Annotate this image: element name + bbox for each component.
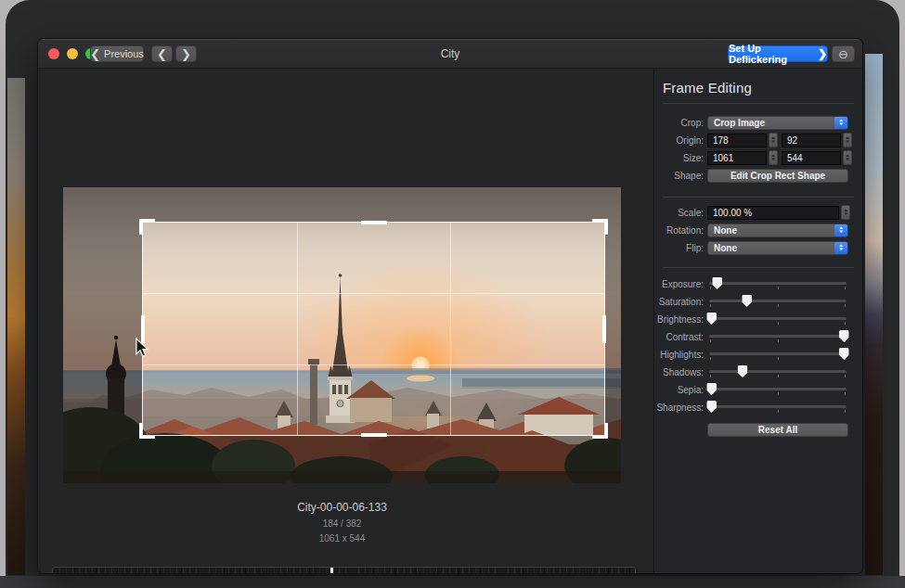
origin-y-stepper[interactable]: ▲▼: [843, 133, 852, 147]
scale-field[interactable]: 100.00 %: [707, 206, 839, 220]
crop-handle-right[interactable]: [602, 315, 606, 343]
popup-arrows-icon: ▲▼: [834, 242, 847, 254]
section-divider: [663, 267, 854, 268]
frame-size: 1061 x 544: [63, 533, 621, 543]
flip-popup-value: None: [708, 243, 834, 253]
rotation-popup-value: None: [708, 225, 834, 236]
chevron-left-icon: ❮: [90, 48, 100, 60]
frame-caption: City-00-00-06-133 184 / 382 1061 x 544: [63, 501, 621, 543]
origin-x-field[interactable]: 178: [707, 134, 767, 147]
crop-handle-top-right[interactable]: [592, 219, 608, 235]
highlights-slider-thumb[interactable]: [839, 348, 849, 360]
crop-dim-overlay: [63, 436, 621, 483]
minimize-window-button[interactable]: [67, 48, 78, 59]
brightness-slider[interactable]: [707, 312, 848, 326]
exposure-slider[interactable]: [707, 276, 848, 291]
crop-handle-bottom[interactable]: [361, 433, 387, 437]
size-label: Size:: [654, 153, 707, 163]
popup-arrows-icon: ▲ ▼: [834, 117, 847, 129]
titlebar: ❮ Previous ❮ ❯ City Set Up Deflickering …: [38, 39, 862, 69]
rotation-label: Rotation:: [654, 225, 707, 236]
highlights-slider[interactable]: [707, 347, 848, 362]
previous-button[interactable]: ❮ Previous: [90, 45, 144, 62]
wallpaper-sliver-left: [7, 78, 25, 575]
close-window-button[interactable]: [48, 48, 59, 59]
contrast-slider-thumb[interactable]: [839, 330, 849, 342]
reset-all-button[interactable]: Reset All: [707, 423, 848, 437]
saturation-slider-thumb[interactable]: [742, 295, 752, 307]
brightness-slider-thumb[interactable]: [706, 313, 717, 325]
sharpness-label: Sharpness:: [654, 403, 707, 413]
saturation-label: Saturation:: [654, 297, 707, 307]
exposure-label: Exposure:: [654, 279, 707, 289]
rotation-popup[interactable]: None ▲▼: [707, 224, 848, 237]
exposure-slider-thumb[interactable]: [712, 277, 722, 289]
set-up-deflickering-button[interactable]: Set Up Deflickering ❯: [728, 45, 828, 62]
sepia-label: Sepia:: [654, 385, 707, 395]
shadows-slider[interactable]: [707, 364, 848, 379]
thirds-gridline: [143, 293, 604, 294]
thirds-gridline: [450, 223, 451, 435]
scale-label: Scale:: [654, 208, 707, 218]
highlights-label: Highlights:: [654, 350, 707, 360]
wallpaper-sliver-right: [865, 54, 883, 575]
crop-handle-bottom-left[interactable]: [139, 423, 155, 439]
brightness-label: Brightness:: [654, 314, 707, 325]
sharpness-slider-thumb[interactable]: [706, 401, 717, 413]
size-height-field[interactable]: 544: [782, 151, 841, 165]
thirds-gridline: [143, 364, 604, 365]
frame-name: City-00-00-06-133: [63, 501, 621, 514]
saturation-slider[interactable]: [707, 294, 848, 309]
previous-button-label: Previous: [104, 48, 144, 59]
chevron-left-icon: ❮: [157, 48, 167, 60]
section-divider: [663, 103, 854, 104]
flip-label: Flip:: [654, 243, 707, 253]
deflicker-button-label: Set Up Deflickering: [729, 43, 813, 65]
timeline-playhead[interactable]: [330, 568, 333, 574]
sepia-slider-thumb[interactable]: [706, 383, 717, 395]
shadows-label: Shadows:: [654, 367, 707, 377]
crop-dim-overlay: [605, 222, 621, 436]
app-window: ❮ Previous ❮ ❯ City Set Up Deflickering …: [37, 38, 863, 574]
chevron-right-icon: ❯: [818, 48, 827, 59]
origin-x-stepper[interactable]: ▲▼: [769, 133, 778, 147]
crop-handle-bottom-right[interactable]: [592, 423, 608, 439]
crop-dim-overlay: [63, 187, 621, 222]
chevron-right-icon: ❯: [181, 48, 191, 60]
crop-dim-overlay: [63, 222, 142, 436]
frame-preview-image: [63, 187, 621, 483]
size-height-stepper[interactable]: ▲▼: [843, 150, 852, 165]
scale-stepper[interactable]: ▲▼: [841, 205, 850, 220]
size-width-field[interactable]: 1061: [707, 151, 767, 165]
crop-handle-top-left[interactable]: [139, 219, 155, 235]
popup-arrows-icon: ▲▼: [834, 224, 847, 236]
timeline-scrubber[interactable]: [52, 567, 636, 574]
contrast-label: Contrast:: [654, 332, 707, 342]
size-width-stepper[interactable]: ▲▼: [769, 150, 778, 165]
thirds-gridline: [297, 223, 298, 435]
nav-back-button[interactable]: ❮: [151, 45, 173, 62]
frame-editing-panel: Frame Editing Crop: Crop Image ▲ ▼ Origi…: [654, 69, 862, 573]
origin-y-field[interactable]: 92: [782, 134, 841, 147]
origin-label: Origin:: [654, 135, 707, 146]
crop-popup-value: Crop Image: [708, 118, 834, 128]
shadows-slider-thumb[interactable]: [738, 365, 748, 377]
crop-handle-top[interactable]: [361, 221, 387, 224]
section-divider: [663, 197, 854, 198]
crop-label: Crop:: [654, 118, 707, 128]
desktop-bottom-strip: [0, 576, 905, 588]
edit-crop-rect-shape-button[interactable]: Edit Crop Rect Shape: [707, 169, 848, 183]
viewer-area: City-00-00-06-133 184 / 382 1061 x 544: [38, 69, 653, 573]
overflow-button[interactable]: ⊖: [832, 45, 855, 62]
sharpness-slider[interactable]: [707, 400, 848, 415]
contrast-slider[interactable]: [707, 329, 848, 344]
nav-forward-button[interactable]: ❯: [175, 45, 197, 62]
circled-minus-icon: ⊖: [838, 47, 848, 61]
flip-popup[interactable]: None ▲▼: [707, 241, 848, 255]
crop-handle-left[interactable]: [141, 315, 145, 343]
shape-label: Shape:: [654, 171, 707, 181]
crop-popup[interactable]: Crop Image ▲ ▼: [707, 116, 848, 130]
sepia-slider[interactable]: [707, 382, 848, 397]
panel-title: Frame Editing: [663, 80, 752, 96]
crop-rect[interactable]: [142, 222, 605, 436]
